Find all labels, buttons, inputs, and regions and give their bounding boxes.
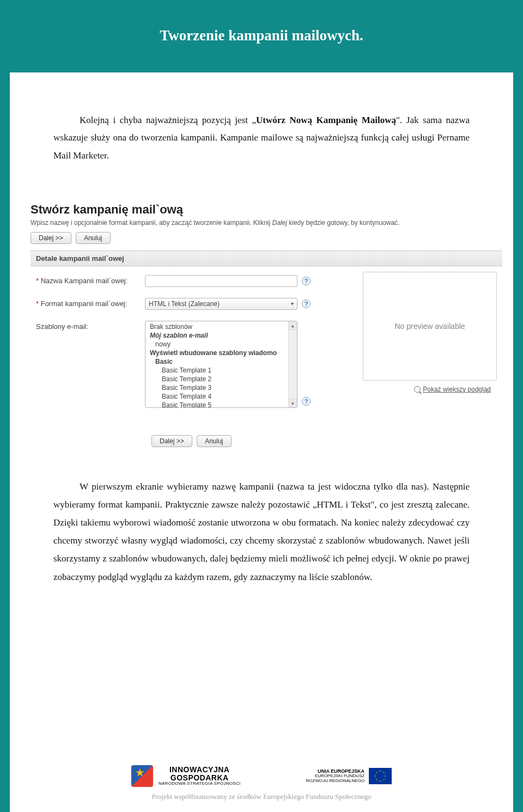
next-button[interactable]: Dalej >>: [31, 232, 71, 244]
hint-a: Wpisz nazwę i opcjonalnie format kampani…: [31, 219, 272, 227]
logo-innowacyjna-gospodarka: INNOWACYJNA GOSPODARKA NARODOWA STRATEGI…: [131, 765, 241, 787]
label-templates-text: Szablony e-mail:: [36, 322, 88, 331]
label-campaign-format-text: Format kampanii mail`owej:: [41, 300, 127, 308]
intro-bold: Utwórz Nową Kampanię Mailową: [256, 115, 396, 125]
list-item[interactable]: Basic Template 4: [145, 392, 297, 401]
app-hint: Wpisz nazwę i opcjonalnie format kampani…: [31, 219, 502, 227]
eu-flag-icon: [369, 768, 392, 784]
section-header: Detale kampanii mail`owej: [31, 251, 502, 266]
scroll-up-icon[interactable]: ▴: [289, 321, 297, 330]
footer-funding-line: Projekt współfinansowany ze środków Euro…: [10, 792, 513, 801]
list-item[interactable]: nowy: [145, 340, 297, 349]
scroll-down-icon[interactable]: ▾: [289, 399, 297, 407]
list-item[interactable]: Mój szablon e-mail: [145, 331, 297, 340]
label-templates: Szablony e-mail:: [36, 321, 145, 331]
help-icon[interactable]: ?: [302, 277, 311, 285]
app-panel: Stwórz kampanię mail`ową Wpisz nazwę i o…: [10, 203, 513, 447]
scrollbar[interactable]: ▴ ▾: [288, 321, 297, 407]
help-icon[interactable]: ?: [302, 397, 311, 406]
page-title: Tworzenie kampanii mailowych.: [10, 5, 513, 72]
list-item[interactable]: Basic Template 3: [145, 383, 297, 392]
magnifier-icon: [414, 386, 421, 393]
hint-b: kiedy będzie gotowy, by kontynuować.: [287, 219, 400, 227]
cancel-button[interactable]: Anuluj: [76, 232, 110, 244]
list-item[interactable]: Basic Template 2: [145, 375, 297, 383]
app-heading: Stwórz kampanię mail`ową: [31, 203, 502, 217]
ig-badge-icon: [131, 765, 153, 787]
select-value: HTML i Tekst (Zalecane): [149, 300, 220, 308]
label-campaign-name-text: Nazwa Kampanii mail`owej:: [41, 277, 128, 285]
eu-line3: ROZWOJU REGIONALNEGO: [306, 779, 365, 783]
template-listbox[interactable]: Brak szblonówMój szablon e-mailnowyWyświ…: [145, 321, 297, 408]
logo-unia-europejska: UNIA EUROPEJSKA EUROPEJSKI FUNDUSZ ROZWO…: [306, 768, 392, 784]
preview-enlarge-link[interactable]: Pokaż większy podgląd: [414, 386, 491, 393]
list-item[interactable]: Wyświetl wbudowane szablony wiadomo: [145, 349, 297, 357]
cancel-button[interactable]: Anuluj: [197, 435, 231, 447]
campaign-format-select[interactable]: HTML i Tekst (Zalecane) ▾: [145, 298, 297, 310]
ig-line1: INNOWACYJNA: [159, 766, 241, 774]
list-item[interactable]: Basic Template 5: [145, 401, 297, 408]
ig-line3: NARODOWA STRATEGIA SPÓJNOŚCI: [159, 782, 241, 786]
row-templates: Szablony e-mail: Brak szblonówMój szablo…: [31, 318, 357, 416]
preview-link-text: Pokaż większy podgląd: [423, 386, 491, 393]
intro-paragraph: Kolejną i chyba najważniejszą pozycją je…: [53, 112, 470, 164]
label-campaign-format: * Format kampanii mail`owej:: [36, 298, 145, 308]
hint-italic: Dalej: [272, 219, 287, 227]
paragraph-2: W pierwszym ekranie wybieramy nazwę kamp…: [53, 478, 470, 586]
row-campaign-format: * Format kampanii mail`owej: HTML i Teks…: [31, 295, 357, 318]
footer: INNOWACYJNA GOSPODARKA NARODOWA STRATEGI…: [10, 765, 513, 801]
required-icon: *: [36, 277, 39, 285]
row-campaign-name: * Nazwa Kampanii mail`owej: ?: [31, 272, 357, 295]
ig-line2: GOSPODARKA: [159, 774, 241, 782]
preview-pane: No preview available Pokaż większy podgl…: [363, 272, 497, 381]
label-campaign-name: * Nazwa Kampanii mail`owej:: [36, 275, 145, 285]
list-item[interactable]: Brak szblonów: [145, 322, 297, 331]
top-button-row: Dalej >> Anuluj: [31, 232, 502, 244]
help-icon[interactable]: ?: [302, 300, 311, 308]
preview-empty-text: No preview available: [394, 322, 465, 331]
next-button[interactable]: Dalej >>: [151, 435, 192, 447]
required-icon: *: [36, 300, 39, 308]
bottom-button-row: Dalej >> Anuluj: [31, 435, 502, 447]
list-item[interactable]: Basic: [145, 357, 297, 366]
chevron-down-icon: ▾: [291, 301, 294, 307]
intro-text-a: Kolejną i chyba najważniejszą pozycją je…: [80, 115, 256, 125]
campaign-name-input[interactable]: [145, 275, 297, 287]
list-item[interactable]: Basic Template 1: [145, 366, 297, 375]
